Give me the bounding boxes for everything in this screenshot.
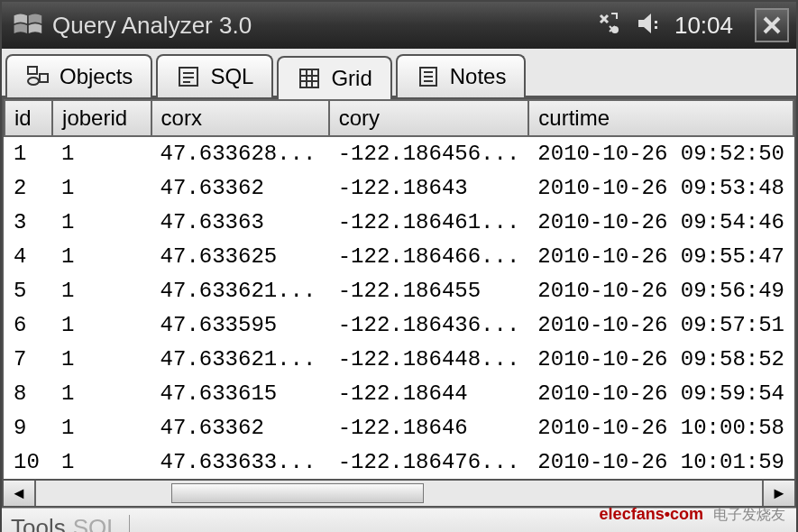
cell-id[interactable]: 8 <box>5 376 52 410</box>
tab-notes[interactable]: Notes <box>396 54 527 97</box>
table-row[interactable]: 2147.63362-122.186432010-10-26 09:53:48 <box>5 170 793 205</box>
svg-rect-10 <box>300 69 318 87</box>
menu-sql[interactable]: SQL <box>73 514 120 532</box>
data-grid: id joberid corx cory curtime 1147.633628… <box>2 97 796 481</box>
cell-cory[interactable]: -122.186456... <box>329 136 529 170</box>
table-row[interactable]: 8147.633615-122.186442010-10-26 09:59:54 <box>5 376 793 410</box>
cell-cory[interactable]: -122.186466... <box>329 239 529 273</box>
table-row[interactable]: 9147.63362-122.186462010-10-26 10:00:58 <box>5 410 793 445</box>
cell-curtime[interactable]: 2010-10-26 10:00:58 <box>528 410 793 445</box>
start-flag-icon[interactable] <box>9 7 45 43</box>
svg-rect-5 <box>40 74 48 82</box>
connectivity-icon[interactable] <box>595 10 622 41</box>
cell-joberid[interactable]: 1 <box>52 273 151 307</box>
table-row[interactable]: 5147.633621...-122.1864552010-10-26 09:5… <box>5 273 793 307</box>
cell-corx[interactable]: 47.633633... <box>151 445 329 479</box>
cell-cory[interactable]: -122.18643 <box>329 170 529 205</box>
svg-rect-1 <box>655 21 657 23</box>
cell-joberid[interactable]: 1 <box>52 307 151 342</box>
cell-id[interactable]: 1 <box>5 136 52 170</box>
cell-cory[interactable]: -122.186448... <box>329 342 529 376</box>
cell-corx[interactable]: 47.633615 <box>151 376 329 410</box>
horizontal-scrollbar[interactable]: ◄ ► <box>2 481 796 508</box>
grid-icon <box>297 66 322 91</box>
table-row[interactable]: 1147.633628...-122.186456...2010-10-26 0… <box>5 136 793 170</box>
tab-strip: Objects SQL <box>2 49 796 97</box>
table-row[interactable]: 10147.633633...-122.186476...2010-10-26 … <box>5 445 793 479</box>
table-row[interactable]: 3147.63363-122.186461...2010-10-26 09:54… <box>5 205 793 239</box>
cell-id[interactable]: 3 <box>5 205 52 239</box>
table-row[interactable]: 7147.633621...-122.186448...2010-10-26 0… <box>5 342 793 376</box>
svg-point-0 <box>611 26 619 33</box>
watermark-cn: 电子发烧友 <box>713 507 785 522</box>
cell-curtime[interactable]: 2010-10-26 09:57:51 <box>528 307 793 342</box>
cell-corx[interactable]: 47.63362 <box>151 410 329 445</box>
titlebar: Query Analyzer 3.0 10:04 <box>2 2 796 49</box>
scroll-track[interactable] <box>36 481 762 506</box>
cell-cory[interactable]: -122.18644 <box>329 376 529 410</box>
watermark: elecfans•com 电子发烧友 <box>600 505 785 525</box>
cell-id[interactable]: 2 <box>5 170 52 205</box>
objects-icon <box>25 64 50 89</box>
close-button[interactable] <box>755 8 789 42</box>
cell-cory[interactable]: -122.18646 <box>329 410 529 445</box>
cell-id[interactable]: 5 <box>5 273 52 307</box>
watermark-suffix: com <box>670 505 703 523</box>
cell-cory[interactable]: -122.186455 <box>329 273 529 307</box>
scroll-thumb[interactable] <box>171 483 424 503</box>
cell-curtime[interactable]: 2010-10-26 10:01:59 <box>528 445 793 479</box>
cell-curtime[interactable]: 2010-10-26 09:52:50 <box>528 136 793 170</box>
tab-objects-label: Objects <box>60 64 133 89</box>
cell-corx[interactable]: 47.633625 <box>151 239 329 273</box>
cell-joberid[interactable]: 1 <box>52 239 151 273</box>
watermark-brand: elecfans <box>600 505 665 523</box>
volume-icon[interactable] <box>635 10 662 41</box>
column-header-corx[interactable]: corx <box>151 100 329 136</box>
cell-joberid[interactable]: 1 <box>52 205 151 239</box>
cell-corx[interactable]: 47.63363 <box>151 205 329 239</box>
cell-corx[interactable]: 47.633595 <box>151 307 329 342</box>
cell-id[interactable]: 9 <box>5 410 52 445</box>
tab-sql[interactable]: SQL <box>156 54 273 97</box>
tab-grid[interactable]: Grid <box>277 56 391 99</box>
cell-joberid[interactable]: 1 <box>52 445 151 479</box>
cell-corx[interactable]: 47.633621... <box>151 273 329 307</box>
cell-id[interactable]: 4 <box>5 239 52 273</box>
cell-curtime[interactable]: 2010-10-26 09:53:48 <box>528 170 793 205</box>
svg-point-4 <box>28 78 39 85</box>
cell-id[interactable]: 6 <box>5 307 52 342</box>
table-row[interactable]: 4147.633625-122.186466...2010-10-26 09:5… <box>5 239 793 273</box>
column-header-id[interactable]: id <box>5 100 52 136</box>
notes-icon <box>416 64 441 89</box>
cell-corx[interactable]: 47.63362 <box>151 170 329 205</box>
cell-corx[interactable]: 47.633621... <box>151 342 329 376</box>
cell-curtime[interactable]: 2010-10-26 09:55:47 <box>528 239 793 273</box>
cell-joberid[interactable]: 1 <box>52 410 151 445</box>
cell-id[interactable]: 7 <box>5 342 52 376</box>
cell-joberid[interactable]: 1 <box>52 136 151 170</box>
window-title: Query Analyzer 3.0 <box>52 12 595 40</box>
scroll-right-arrow[interactable]: ► <box>762 481 794 506</box>
cell-curtime[interactable]: 2010-10-26 09:54:46 <box>528 205 793 239</box>
column-header-cory[interactable]: cory <box>329 100 529 136</box>
column-header-curtime[interactable]: curtime <box>528 100 793 136</box>
tab-sql-label: SQL <box>210 64 253 89</box>
cell-joberid[interactable]: 1 <box>52 376 151 410</box>
menu-tools[interactable]: Tools <box>11 514 66 532</box>
cell-joberid[interactable]: 1 <box>52 170 151 205</box>
cell-cory[interactable]: -122.186476... <box>329 445 529 479</box>
cell-cory[interactable]: -122.186461... <box>329 205 529 239</box>
scroll-left-arrow[interactable]: ◄ <box>4 481 36 506</box>
cell-joberid[interactable]: 1 <box>52 342 151 376</box>
clock[interactable]: 10:04 <box>674 12 733 40</box>
table-row[interactable]: 6147.633595-122.186436...2010-10-26 09:5… <box>5 307 793 342</box>
cell-cory[interactable]: -122.186436... <box>329 307 529 342</box>
status-separator <box>129 515 130 533</box>
tab-objects[interactable]: Objects <box>5 54 152 97</box>
cell-curtime[interactable]: 2010-10-26 09:56:49 <box>528 273 793 307</box>
cell-id[interactable]: 10 <box>5 445 52 479</box>
cell-curtime[interactable]: 2010-10-26 09:59:54 <box>528 376 793 410</box>
column-header-joberid[interactable]: joberid <box>52 100 151 136</box>
cell-curtime[interactable]: 2010-10-26 09:58:52 <box>528 342 793 376</box>
cell-corx[interactable]: 47.633628... <box>151 136 329 170</box>
